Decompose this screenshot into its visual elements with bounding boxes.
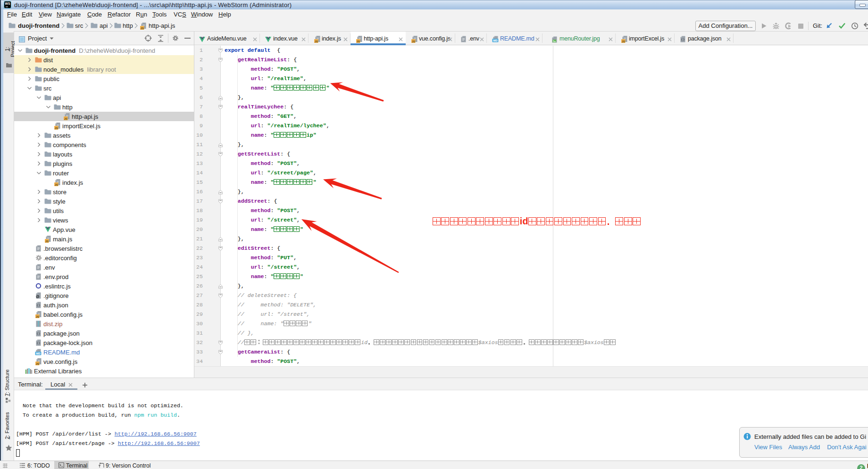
svg-text:MD: MD (36, 352, 40, 355)
svg-text:JS: JS (357, 40, 360, 43)
svg-text:JS: JS (55, 127, 58, 130)
svg-text:JS: JS (36, 315, 39, 318)
svg-text:JS: JS (412, 40, 415, 43)
svg-text:MD: MD (493, 39, 497, 42)
svg-text:JS: JS (64, 117, 67, 120)
svg-text:JS: JS (141, 27, 144, 30)
svg-text:JS: JS (622, 40, 625, 43)
svg-text:JS: JS (36, 362, 39, 365)
svg-text:JS: JS (45, 240, 49, 243)
svg-text:JS: JS (55, 183, 58, 186)
svg-text:JS: JS (315, 40, 318, 43)
